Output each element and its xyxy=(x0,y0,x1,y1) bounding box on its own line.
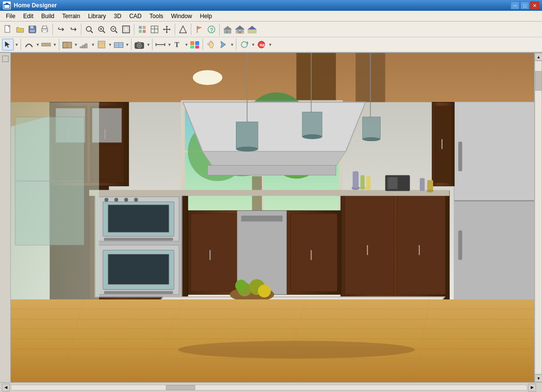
plan-button[interactable] xyxy=(149,24,160,35)
canvas-area[interactable]: Viking xyxy=(11,53,534,382)
sidebar-left xyxy=(0,53,11,382)
svg-rect-109 xyxy=(458,230,462,260)
svg-point-218 xyxy=(427,190,434,193)
pan-button[interactable] xyxy=(161,24,173,35)
scroll-left-button[interactable]: ◀ xyxy=(2,384,10,392)
select-tool-button[interactable] xyxy=(2,39,14,50)
transform-dropdown[interactable]: ▼ xyxy=(251,43,255,47)
scrollbar-vertical[interactable]: ▲ ▼ xyxy=(534,53,542,382)
save-button[interactable] xyxy=(26,24,38,35)
svg-rect-47 xyxy=(248,29,257,33)
fit-button[interactable] xyxy=(120,24,132,35)
scroll-track[interactable] xyxy=(535,61,542,374)
svg-rect-6 xyxy=(30,30,35,32)
door-dropdown[interactable]: ▼ xyxy=(108,43,112,47)
svg-rect-40 xyxy=(226,31,228,33)
hscroll-thumb[interactable] xyxy=(166,385,195,390)
menu-cad[interactable]: CAD xyxy=(125,11,145,21)
flag-button[interactable] xyxy=(193,24,205,35)
undo-button[interactable]: ↩ xyxy=(55,24,67,35)
svg-rect-123 xyxy=(108,205,169,232)
cabinet-dropdown[interactable]: ▼ xyxy=(74,43,78,47)
svg-rect-54 xyxy=(80,47,82,48)
separator xyxy=(219,24,220,35)
minimize-button[interactable]: ─ xyxy=(511,1,519,9)
hand-tool-button[interactable] xyxy=(205,39,217,50)
redo-button[interactable]: ↪ xyxy=(67,24,79,35)
svg-point-158 xyxy=(236,147,258,151)
record-button[interactable]: REC xyxy=(256,39,267,50)
menu-3d[interactable]: 3D xyxy=(110,11,125,21)
new-button[interactable] xyxy=(2,24,14,35)
app-title: Home Designer xyxy=(14,2,508,9)
record-dropdown[interactable]: ▼ xyxy=(268,43,272,47)
scroll-right-button[interactable]: ▶ xyxy=(528,384,536,392)
zoom-out-button[interactable] xyxy=(108,24,120,35)
close-button[interactable]: ✕ xyxy=(530,1,539,9)
arrow-tool-button[interactable] xyxy=(217,39,229,50)
menu-edit[interactable]: Edit xyxy=(19,11,37,21)
svg-rect-153 xyxy=(207,165,336,175)
open-button[interactable] xyxy=(14,24,26,35)
camera-dropdown[interactable]: ▼ xyxy=(146,43,150,47)
print-button[interactable] xyxy=(39,24,51,35)
wall-tool-button[interactable] xyxy=(40,39,52,50)
transform-tool-button[interactable] xyxy=(238,39,250,50)
cabinet-tool-button[interactable] xyxy=(61,39,73,50)
select-dropdown[interactable]: ▼ xyxy=(14,43,19,47)
fill-button[interactable] xyxy=(136,24,148,35)
text-dropdown[interactable]: ▼ xyxy=(184,43,188,47)
menu-library[interactable]: Library xyxy=(84,11,110,21)
zoom-in-button[interactable] xyxy=(96,24,107,35)
svg-rect-0 xyxy=(4,4,10,8)
camera-tool-button[interactable] xyxy=(133,39,145,50)
up-arrow-button[interactable] xyxy=(177,24,189,35)
svg-marker-38 xyxy=(223,26,232,29)
svg-rect-70 xyxy=(195,41,199,45)
window-dropdown[interactable]: ▼ xyxy=(125,43,129,47)
stairs-dropdown[interactable]: ▼ xyxy=(91,43,95,47)
zoom-button[interactable] xyxy=(83,24,95,35)
svg-rect-132 xyxy=(104,291,173,294)
house3-button[interactable] xyxy=(246,24,258,35)
svg-rect-69 xyxy=(190,41,194,45)
curve-tool-button[interactable] xyxy=(23,39,35,50)
svg-rect-78 xyxy=(2,56,8,62)
curve-dropdown[interactable]: ▼ xyxy=(35,43,40,47)
svg-point-10 xyxy=(86,26,91,31)
svg-point-52 xyxy=(65,45,66,46)
house1-button[interactable] xyxy=(222,24,233,35)
dim-dropdown[interactable]: ▼ xyxy=(167,43,171,47)
hscroll-track[interactable] xyxy=(11,385,527,391)
scroll-up-button[interactable]: ▲ xyxy=(535,53,542,61)
menu-help[interactable]: Help xyxy=(196,11,216,21)
svg-rect-142 xyxy=(241,216,283,221)
svg-text:T: T xyxy=(175,41,180,49)
svg-point-164 xyxy=(362,137,380,141)
svg-marker-48 xyxy=(5,41,10,48)
toolbar-main: ↩ ↪ xyxy=(0,22,542,37)
door-tool-button[interactable] xyxy=(96,39,107,50)
svg-point-126 xyxy=(124,198,128,202)
svg-rect-160 xyxy=(302,112,322,137)
text-tool-button[interactable]: T xyxy=(172,39,183,50)
svg-rect-215 xyxy=(387,177,397,189)
svg-text:REC: REC xyxy=(260,43,267,48)
scroll-thumb[interactable] xyxy=(535,71,542,91)
menu-window[interactable]: Window xyxy=(167,11,196,21)
menu-build[interactable]: Build xyxy=(37,11,58,21)
help-button[interactable]: ? xyxy=(206,24,217,35)
scroll-down-button[interactable]: ▼ xyxy=(535,374,542,382)
toolbar-dim-group: ▼ T ▼ xyxy=(155,39,201,50)
wall-dropdown[interactable]: ▼ xyxy=(52,43,57,47)
dimension-tool-button[interactable] xyxy=(155,39,166,50)
menu-file[interactable]: File xyxy=(2,11,19,21)
menu-terrain[interactable]: Terrain xyxy=(58,11,84,21)
stairs-tool-button[interactable] xyxy=(78,39,90,50)
window-tool-button[interactable] xyxy=(113,39,125,50)
color-tool-button[interactable] xyxy=(189,39,201,50)
menu-tools[interactable]: Tools xyxy=(146,11,167,21)
arrow-dropdown[interactable]: ▼ xyxy=(230,43,234,47)
house2-button[interactable] xyxy=(234,24,246,35)
maximize-button[interactable]: □ xyxy=(520,1,529,9)
